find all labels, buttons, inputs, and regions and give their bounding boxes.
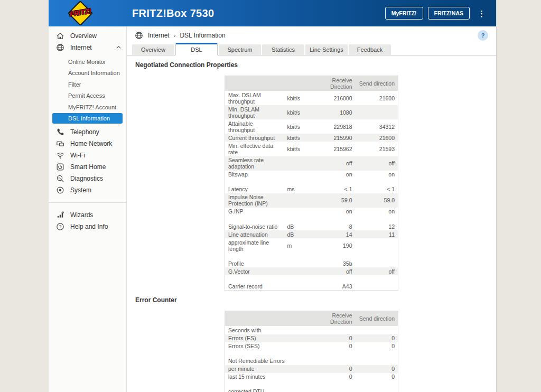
table-row: Signal-to-noise ratiodB812 — [225, 222, 398, 230]
help-button[interactable]: ? — [478, 30, 488, 41]
sidebar-item-home-network[interactable]: Home Network — [49, 138, 126, 150]
sidebar-item-label: System — [70, 186, 91, 194]
table-row: Seconds with — [225, 326, 398, 334]
row-unit: kbit/s — [284, 119, 318, 134]
kebab-menu-icon[interactable]: ⋮ — [474, 10, 488, 17]
row-label: Signal-to-noise ratio — [225, 222, 284, 230]
devices-icon — [56, 139, 64, 148]
section-title-negotiated-connection-properties: Negotiated Connection Properties — [135, 61, 496, 69]
sidebar-subitem-dsl-information[interactable]: DSL Information — [52, 113, 123, 124]
tab-dsl[interactable]: DSL — [175, 43, 218, 55]
sidebar-subitem-permit-access[interactable]: Permit Access — [49, 90, 126, 102]
breadcrumb: Internet › DSL Information ? — [127, 26, 496, 44]
table-spacer-row — [225, 381, 398, 388]
sidebar-item-label: Overview — [70, 32, 97, 40]
system-icon — [56, 186, 64, 194]
tab-overview[interactable]: Overview — [132, 44, 174, 55]
row-label: Errors (ES) — [225, 334, 284, 342]
sidebar-subitem-account-information[interactable]: Account Information — [49, 68, 126, 79]
row-receive-value: 215962 — [318, 142, 356, 156]
table-spacer-row — [225, 179, 398, 185]
row-send-value: 21600 — [356, 134, 398, 142]
table-row: Line attenuationdB1411 — [225, 230, 398, 238]
table-spacer-row — [225, 253, 398, 259]
sidebar-subitem-filter[interactable]: Filter — [49, 79, 126, 90]
row-label: last 15 minutes — [225, 373, 284, 381]
sidebar-subitem-myfritz-account[interactable]: MyFRITZ! Account — [49, 101, 126, 113]
tab-spectrum[interactable]: Spectrum — [219, 44, 261, 55]
fritznas-button[interactable]: FRITZ!NAS — [428, 7, 470, 20]
row-send-value — [356, 282, 398, 291]
row-send-value: on — [356, 171, 398, 179]
row-receive-value: < 1 — [318, 185, 356, 193]
row-receive-value: 0 — [318, 334, 356, 342]
row-unit — [284, 171, 318, 179]
column-header-receive-direction: Receive Direction — [318, 311, 356, 326]
tab-statistics[interactable]: Statistics — [262, 44, 304, 55]
row-unit — [284, 208, 318, 216]
column-header-empty — [284, 311, 318, 326]
row-receive-value: 59.0 — [318, 193, 356, 208]
sidebar-item-smart-home[interactable]: Smart Home — [49, 161, 126, 173]
row-unit: m — [284, 238, 318, 253]
row-unit: dB — [284, 230, 318, 238]
row-send-value: off — [356, 267, 398, 275]
sidebar-item-diagnostics[interactable]: Diagnostics — [49, 173, 126, 184]
sidebar-item-help-and-info[interactable]: ?Help and Info — [49, 221, 126, 232]
row-send-value: 11 — [356, 230, 398, 238]
row-send-value: 0 — [356, 373, 398, 381]
row-label: Attainable throughput — [225, 119, 284, 134]
breadcrumb-item-internet[interactable]: Internet — [148, 32, 170, 39]
sidebar-subitem-online-monitor[interactable]: Online Monitor — [49, 56, 126, 68]
row-receive-value: 215990 — [318, 134, 356, 142]
table-row: Profile35b — [225, 259, 398, 267]
row-unit — [284, 156, 318, 171]
sidebar-item-internet[interactable]: Internet — [49, 42, 126, 53]
row-receive-value: 216000 — [318, 91, 356, 105]
tab-feedback[interactable]: Feedback — [349, 44, 391, 55]
table-row: Impulse Noise Protection (INP)59.059.0 — [225, 193, 398, 208]
breadcrumb-item-dsl-information: DSL Information — [180, 32, 225, 39]
sidebar-item-wizards[interactable]: Wizards — [49, 209, 126, 221]
table-row: Latencyms< 1< 1 — [225, 185, 398, 193]
row-receive-value: 35b — [318, 259, 356, 267]
sidebar-item-label: Wi-Fi — [70, 152, 85, 159]
row-receive-value: 0 — [318, 342, 356, 350]
tab-line-settings[interactable]: Line Settings — [305, 44, 348, 55]
svg-text:?: ? — [59, 224, 62, 229]
sidebar-item-telephony[interactable]: Telephony — [49, 126, 126, 138]
wifi-icon — [56, 151, 64, 160]
table-row: Carrier recordA43 — [225, 282, 398, 291]
sidebar-item-overview[interactable]: Overview — [49, 30, 126, 42]
row-group-label: Seconds with — [225, 326, 398, 334]
row-send-value: 0 — [356, 342, 398, 350]
sidebar: OverviewInternetOnline MonitorAccount In… — [49, 26, 127, 392]
table-spacer-row — [225, 275, 398, 282]
row-unit — [284, 342, 318, 350]
globe-icon — [135, 31, 143, 39]
fritzbox-app-window: FRITZ! FRITZ!Box 7530 MyFRITZ! FRITZ!NAS… — [49, 0, 497, 392]
row-unit — [284, 193, 318, 208]
row-receive-value: 0 — [318, 365, 356, 373]
row-label: Errors (SES) — [225, 342, 284, 350]
row-label: Min. effective data rate — [225, 142, 284, 156]
sidebar-item-label: Smart Home — [70, 163, 106, 171]
row-receive-value: 190 — [318, 238, 356, 253]
row-receive-value: 14 — [318, 230, 356, 238]
row-unit: ms — [284, 185, 318, 193]
column-header-empty — [225, 311, 284, 326]
table-row: Min. effective data ratekbit/s2159622159… — [225, 142, 398, 156]
row-unit: kbit/s — [284, 134, 318, 142]
myfritz-button[interactable]: MyFRITZ! — [385, 7, 423, 20]
row-label: G.Vector — [225, 267, 284, 275]
sidebar-item-system[interactable]: System — [49, 184, 126, 196]
connection-properties-table: Receive DirectionSend directionMax. DSLA… — [225, 76, 398, 291]
main-content: Internet › DSL Information ? OverviewDSL… — [127, 26, 496, 392]
row-label: per minute — [225, 365, 284, 373]
diagnostics-icon — [56, 174, 64, 183]
row-send-value — [356, 238, 398, 253]
sidebar-item-wi-fi[interactable]: Wi-Fi — [49, 150, 126, 161]
sidebar-item-label: Home Network — [70, 140, 112, 147]
table-row: last 15 minutes00 — [225, 373, 398, 381]
sidebar-item-label: Wizards — [70, 211, 93, 219]
